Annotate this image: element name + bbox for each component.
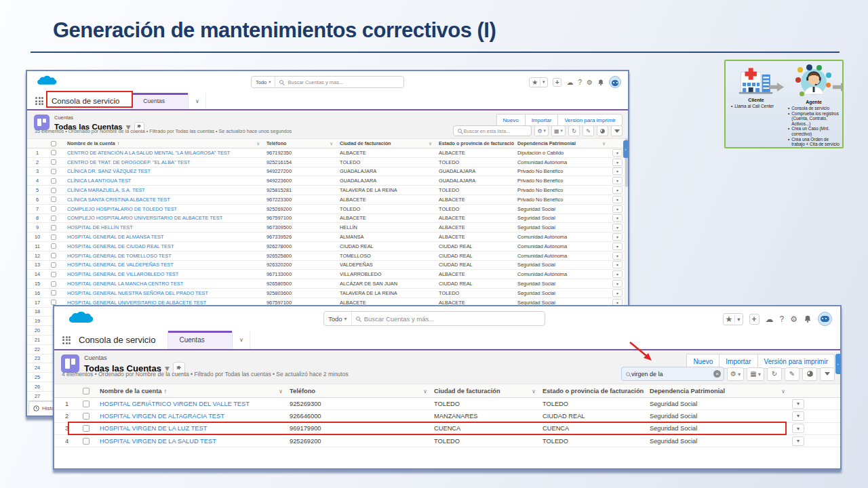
list-settings-button[interactable]: ⚙▾: [534, 125, 549, 136]
row-actions-button[interactable]: ▾: [792, 399, 804, 409]
account-name-link[interactable]: CLÍNICA MARAZUELA, S.A. TEST: [67, 187, 145, 193]
filter-button[interactable]: [820, 367, 835, 381]
add-button[interactable]: +: [749, 314, 760, 325]
app-launcher-icon[interactable]: [62, 336, 71, 344]
row-actions-button[interactable]: ▾: [612, 233, 623, 241]
column-header-dependencia[interactable]: Dependencia Patrimonial∨: [646, 384, 789, 397]
column-header-phone[interactable]: Teléfono∨: [263, 139, 336, 148]
tab-dropdown-chevron[interactable]: ∨: [233, 331, 250, 349]
setup-cloud-icon[interactable]: ☁: [766, 314, 774, 324]
search-scope-selector[interactable]: Todo▾: [324, 312, 352, 325]
account-name-link[interactable]: CLÍNICA SANTA CRISTINA ALBACETE TEST: [67, 197, 170, 203]
tab-cuentas[interactable]: Cuentas: [132, 93, 189, 109]
row-checkbox[interactable]: [51, 178, 56, 184]
refresh-button[interactable]: ↻: [568, 125, 580, 136]
account-name-link[interactable]: HOSPITAL VIRGEN DE LA LUZ TEST: [100, 425, 207, 432]
avatar[interactable]: [818, 312, 832, 326]
display-options-button[interactable]: ▦▾: [747, 367, 764, 381]
row-checkbox[interactable]: [51, 159, 56, 165]
row-actions-button[interactable]: ▾: [792, 424, 804, 433]
account-name-link[interactable]: HOSPITAL VIRGEN DE ALTAGRACIA TEST: [100, 413, 224, 420]
refresh-button[interactable]: ↻: [767, 367, 782, 381]
row-checkbox[interactable]: [83, 425, 90, 432]
favorites-button[interactable]: ★▾: [723, 313, 743, 325]
display-options-button[interactable]: ▦▾: [551, 125, 566, 136]
row-checkbox[interactable]: [51, 225, 56, 230]
account-name-link[interactable]: HOSPITAL GENERAL DE VALDEPEÑAS TEST: [67, 262, 174, 268]
row-actions-button[interactable]: ▾: [612, 243, 623, 250]
column-header-state[interactable]: Estado o provincia de facturación∨: [435, 139, 514, 148]
row-checkbox[interactable]: [51, 262, 56, 268]
account-name-link[interactable]: HOSPITAL VIRGEN DE LA SALUD TEST: [100, 438, 216, 445]
row-checkbox[interactable]: [51, 169, 56, 174]
row-checkbox[interactable]: [51, 272, 56, 277]
global-search-input[interactable]: [361, 315, 545, 323]
tab-dropdown-chevron[interactable]: ∨: [189, 93, 206, 109]
account-name-link[interactable]: HOSPITAL GERIÁTRICO VIRGEN DEL VALLE TES…: [100, 401, 250, 407]
row-checkbox[interactable]: [51, 235, 56, 240]
row-actions-button[interactable]: ▾: [612, 159, 623, 166]
row-checkbox[interactable]: [51, 150, 56, 155]
column-header-dependencia[interactable]: Dependencia Patrimonial∨: [514, 139, 609, 148]
row-actions-button[interactable]: ▾: [792, 411, 804, 421]
help-icon[interactable]: ?: [780, 314, 785, 324]
row-checkbox[interactable]: [83, 401, 90, 407]
list-settings-button[interactable]: ⚙▾: [727, 367, 744, 381]
row-checkbox[interactable]: [51, 300, 56, 305]
row-checkbox[interactable]: [83, 413, 90, 420]
row-actions-button[interactable]: ▾: [612, 196, 623, 203]
column-header-name[interactable]: Nombre de la cuenta↑∨: [64, 139, 263, 148]
row-actions-button[interactable]: ▾: [612, 270, 623, 278]
row-actions-button[interactable]: ▾: [612, 177, 623, 184]
edit-button[interactable]: ✎: [785, 367, 800, 381]
filter-button[interactable]: [611, 125, 623, 136]
account-name-link[interactable]: HOSPITAL GENERAL DE TOMELLOSO TEST: [67, 253, 172, 259]
avatar[interactable]: [609, 76, 621, 88]
charts-button[interactable]: [597, 125, 608, 136]
row-checkbox[interactable]: [83, 438, 90, 445]
clear-search-icon[interactable]: ×: [713, 370, 721, 378]
row-actions-button[interactable]: ▾: [612, 224, 623, 231]
row-actions-button[interactable]: ▾: [612, 261, 623, 268]
global-search[interactable]: Todo▾: [323, 311, 545, 326]
split-view-toggle[interactable]: ‹: [835, 354, 840, 374]
row-actions-button[interactable]: ▾: [612, 214, 623, 222]
row-checkbox[interactable]: [51, 243, 56, 249]
help-icon[interactable]: ?: [578, 79, 582, 86]
notifications-bell-icon[interactable]: [597, 79, 604, 86]
select-all-checkbox[interactable]: [51, 141, 56, 146]
list-search[interactable]: ×: [621, 367, 724, 381]
select-all-checkbox[interactable]: [83, 388, 90, 394]
action-button[interactable]: Importar: [526, 114, 559, 126]
account-name-link[interactable]: HOSPITAL GENERAL DE VILLAROBLEDO TEST: [67, 271, 178, 277]
row-checkbox[interactable]: [51, 188, 56, 193]
global-search-input[interactable]: [285, 79, 403, 85]
setup-cloud-icon[interactable]: ☁: [566, 79, 573, 86]
row-checkbox[interactable]: [51, 290, 56, 296]
account-name-link[interactable]: CLÍNICA LA ANTIGUA TEST: [67, 178, 131, 184]
row-checkbox[interactable]: [51, 216, 56, 221]
row-actions-button[interactable]: ▾: [612, 252, 623, 260]
account-name-link[interactable]: CENTRO DE TRAT. DE DROGODEP. "EL ALBA" T…: [67, 159, 190, 165]
row-actions-button[interactable]: ▾: [612, 149, 623, 157]
account-name-link[interactable]: COMPLEJO HOSPITALARIO UNIVERSITARIO DE A…: [67, 215, 222, 221]
settings-gear-icon[interactable]: ⚙: [790, 314, 797, 324]
account-name-link[interactable]: COMPLEJO HOSPITALARIO DE TOLEDO TEST: [67, 206, 177, 212]
account-name-link[interactable]: HOSPITAL GENERAL DE CIUDAD REAL TEST: [67, 243, 174, 249]
account-name-link[interactable]: CENTRO DE ATENCIÓN A LA SALUD MENTAL "LA…: [67, 150, 230, 156]
list-search-input[interactable]: [631, 371, 713, 378]
row-checkbox[interactable]: [51, 253, 56, 258]
account-name-link[interactable]: HOSPITAL GENERAL DE ALMANSA TEST: [67, 234, 164, 240]
row-checkbox[interactable]: [51, 206, 56, 211]
row-actions-button[interactable]: ▾: [612, 289, 623, 297]
app-launcher-icon[interactable]: [35, 97, 43, 105]
column-header-state[interactable]: Estado o provincia de facturación∨: [539, 384, 646, 397]
account-name-link[interactable]: HOSPITAL GENERAL NUESTRA SEÑORA DEL PRAD…: [67, 290, 208, 296]
column-header-phone[interactable]: Teléfono∨: [286, 384, 431, 397]
account-name-link[interactable]: HOSPITAL GENERAL LA MANCHA CENTRO TEST: [67, 281, 183, 287]
list-search[interactable]: [453, 125, 532, 136]
action-button[interactable]: Versión para imprimir: [558, 114, 623, 126]
column-header-name[interactable]: Nombre de la cuenta↑∨: [96, 384, 286, 397]
action-button[interactable]: Nuevo: [496, 114, 526, 126]
edit-button[interactable]: ✎: [583, 125, 594, 136]
